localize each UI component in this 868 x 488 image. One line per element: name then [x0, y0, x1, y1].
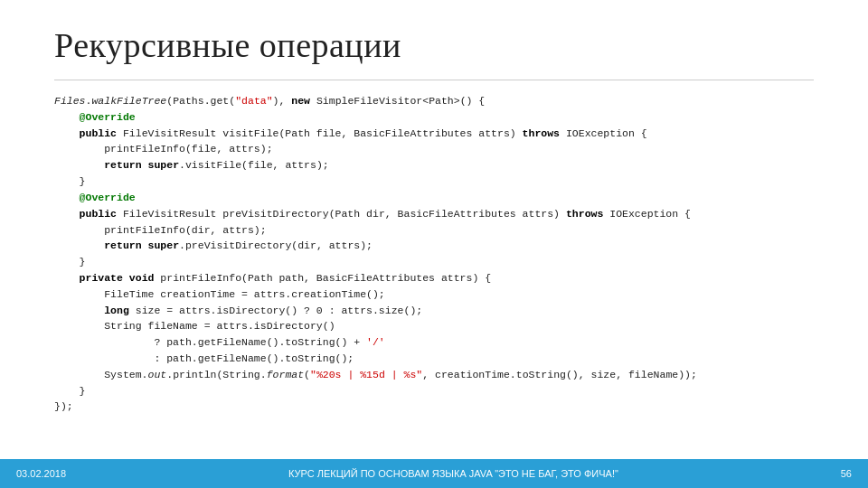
code-line-3: public FileVisitResult visitFile(Path fi… [54, 126, 841, 142]
code-line-20: }); [54, 399, 841, 415]
footer-page: 56 [841, 468, 852, 479]
code-line-16: ? path.getFileName().toString() + '/' [54, 334, 841, 351]
code-line-12: private void printFileInfo(Path path, Ba… [54, 270, 841, 286]
code-line-15: String fileName = attrs.isDirectory() [54, 318, 841, 334]
code-line-18: System.out.println(String.format("%20s |… [54, 367, 841, 383]
slide-container: Рекурсивные операции Files.walkFileTree(… [0, 0, 868, 488]
code-line-6: } [54, 174, 841, 190]
code-line-10: return super.preVisitDirectory(dir, attr… [54, 238, 841, 254]
slide-title: Рекурсивные операции [54, 25, 814, 65]
code-line-17: : path.getFileName().toString(); [54, 351, 841, 367]
title-area: Рекурсивные операции [0, 0, 868, 74]
code-line-14: long size = attrs.isDirectory() ? 0 : at… [54, 303, 841, 319]
footer-course: КУРС ЛЕКЦИЙ ПО ОСНОВАМ ЯЗЫКА JAVA "ЭТО Н… [66, 468, 841, 479]
code-line-5: return super.visitFile(file, attrs); [54, 157, 841, 174]
code-line-7: @Override [54, 190, 841, 206]
footer-date: 03.02.2018 [16, 468, 66, 479]
footer: 03.02.2018 КУРС ЛЕКЦИЙ ПО ОСНОВАМ ЯЗЫКА … [0, 459, 868, 488]
code-line-11: } [54, 254, 841, 270]
code-line-9: printFileInfo(dir, attrs); [54, 222, 841, 239]
code-line-4: printFileInfo(file, attrs); [54, 141, 841, 157]
code-line-1: Files.walkFileTree(Paths.get("data"), ne… [54, 93, 841, 109]
code-line-2: @Override [54, 109, 841, 126]
code-area: Files.walkFileTree(Paths.get("data"), ne… [0, 80, 868, 415]
code-line-19: } [54, 383, 841, 399]
code-line-8: public FileVisitResult preVisitDirectory… [54, 206, 841, 222]
code-line-13: FileTime creationTime = attrs.creationTi… [54, 286, 841, 303]
